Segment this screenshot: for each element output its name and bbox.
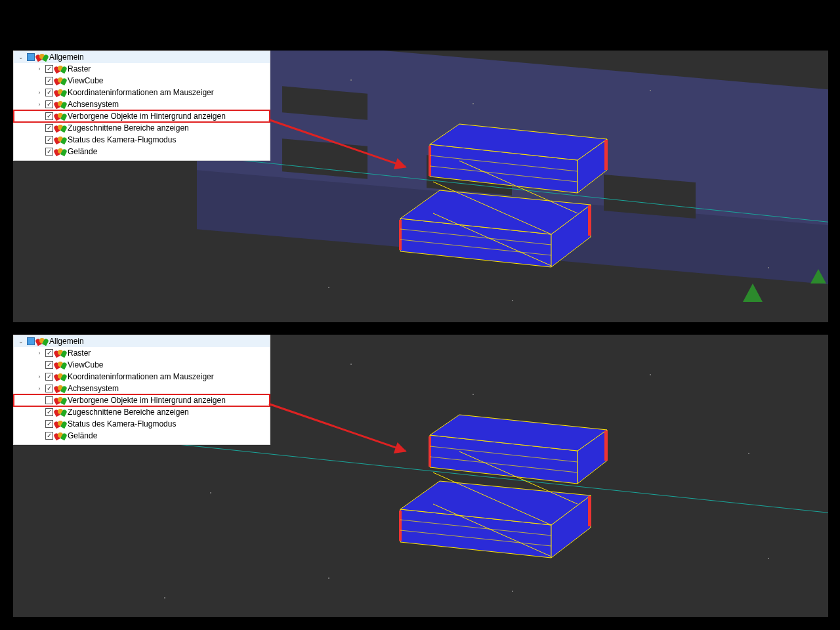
tree-item-achsensystem[interactable]: ›✓Achsensystem [14, 98, 270, 110]
category-icon [37, 53, 47, 61]
checkbox[interactable]: ✓ [45, 361, 53, 369]
svg-rect-23 [604, 430, 608, 461]
tree-item-viewcube[interactable]: ›✓ViewCube [14, 75, 270, 87]
category-icon [56, 89, 65, 96]
svg-line-27 [430, 457, 578, 472]
tree-item-label: Allgemein [49, 52, 84, 62]
svg-line-24 [400, 520, 551, 536]
display-options-tree: ⌄Allgemein›✓Raster›✓ViewCube›✓Koordinate… [13, 335, 270, 445]
tree-item-label: Status des Kamera-Flugmodus [68, 135, 176, 144]
checkbox[interactable]: ✓ [45, 349, 53, 357]
terrain-marker [810, 269, 826, 284]
chevron-right-icon[interactable]: › [36, 89, 43, 96]
category-icon [56, 77, 65, 85]
svg-marker-19 [430, 415, 607, 451]
tree-item-verborgene-objekte-im-hintergrund-anzeigen[interactable]: ›Verborgene Objekte im Hintergrund anzei… [14, 394, 270, 406]
display-options-tree: ⌄Allgemein›✓Raster›✓ViewCube›✓Koordinate… [13, 51, 270, 161]
tree-item-label: Zugeschnittene Bereiche anzeigen [68, 123, 189, 133]
tree-item-raster[interactable]: ›✓Raster [14, 63, 270, 75]
tree-item-status-des-kamera-flugmodus[interactable]: ›✓Status des Kamera-Flugmodus [14, 418, 270, 430]
checkbox[interactable]: ✓ [45, 420, 53, 428]
category-icon [56, 432, 65, 440]
checkbox[interactable] [27, 53, 35, 61]
checkbox[interactable] [45, 396, 53, 404]
chevron-right-icon[interactable]: › [36, 101, 43, 108]
tree-item-label: Gelände [68, 431, 97, 440]
svg-marker-14 [400, 509, 551, 558]
chevron-down-icon[interactable]: ⌄ [18, 54, 24, 60]
checkbox[interactable]: ✓ [45, 77, 53, 85]
tree-item-koordinateninformationen-am-mauszeiger[interactable]: ›✓Koordinateninformationen am Mauszeiger [14, 371, 270, 383]
checkbox[interactable]: ✓ [45, 124, 53, 132]
svg-marker-15 [551, 495, 591, 558]
svg-rect-20 [399, 511, 402, 541]
tree-item-label: Achsensystem [68, 384, 119, 393]
tree-item-label: Achsensystem [68, 100, 119, 109]
chevron-right-icon[interactable]: › [36, 350, 43, 356]
viewport-top[interactable]: ⌄Allgemein›✓Raster›✓ViewCube›✓Koordinate… [13, 51, 828, 322]
category-icon [56, 385, 65, 392]
tree-item-label: Koordinateninformationen am Mauszeiger [68, 372, 214, 381]
terrain-marker [743, 284, 763, 302]
checkbox[interactable]: ✓ [45, 432, 53, 440]
svg-marker-18 [578, 430, 607, 484]
chevron-right-icon[interactable]: › [36, 66, 43, 72]
tree-item-verborgene-objekte-im-hintergrund-anzeigen[interactable]: ›✓Verborgene Objekte im Hintergrund anze… [14, 110, 270, 122]
tree-item-label: Status des Kamera-Flugmodus [68, 419, 176, 429]
tree-item-gelände[interactable]: ›✓Gelände [14, 146, 270, 158]
tree-item-label: Verborgene Objekte im Hintergrund anzeig… [68, 112, 226, 121]
category-icon [56, 136, 65, 144]
tree-item-zugeschnittene-bereiche-anzeigen[interactable]: ›✓Zugeschnittene Bereiche anzeigen [14, 406, 270, 418]
category-icon [56, 396, 65, 404]
tree-item-zugeschnittene-bereiche-anzeigen[interactable]: ›✓Zugeschnittene Bereiche anzeigen [14, 122, 270, 134]
checkbox[interactable]: ✓ [45, 100, 53, 108]
tree-item-label: ViewCube [68, 76, 103, 85]
svg-line-25 [400, 530, 551, 546]
svg-marker-16 [400, 481, 591, 525]
tree-item-allgemein[interactable]: ⌄Allgemein [14, 335, 270, 347]
svg-rect-21 [588, 496, 591, 526]
tree-item-status-des-kamera-flugmodus[interactable]: ›✓Status des Kamera-Flugmodus [14, 134, 270, 146]
checkbox[interactable]: ✓ [45, 112, 53, 120]
tree-item-koordinateninformationen-am-mauszeiger[interactable]: ›✓Koordinateninformationen am Mauszeiger [14, 87, 270, 98]
tree-item-label: Verborgene Objekte im Hintergrund anzeig… [68, 396, 226, 405]
tree-item-label: Koordinateninformationen am Mauszeiger [68, 88, 214, 97]
tree-item-label: Zugeschnittene Bereiche anzeigen [68, 408, 189, 417]
category-icon [37, 337, 47, 345]
checkbox[interactable]: ✓ [45, 385, 53, 392]
category-icon [56, 124, 65, 132]
viewport-bottom[interactable]: ⌄Allgemein›✓Raster›✓ViewCube›✓Koordinate… [13, 335, 828, 617]
checkbox[interactable]: ✓ [45, 148, 53, 156]
annotation-arrow [269, 403, 406, 452]
checkbox[interactable]: ✓ [45, 136, 53, 144]
checkbox[interactable]: ✓ [45, 65, 53, 73]
category-icon [56, 65, 65, 73]
category-icon [56, 112, 65, 120]
tree-item-label: Raster [68, 348, 91, 358]
tree-item-label: Raster [68, 64, 91, 74]
category-icon [56, 408, 65, 416]
tree-item-label: Gelände [68, 147, 97, 156]
svg-line-26 [430, 446, 578, 462]
svg-rect-22 [429, 436, 431, 467]
tree-item-gelände[interactable]: ›✓Gelände [14, 430, 270, 442]
chevron-right-icon[interactable]: › [36, 385, 43, 392]
chevron-right-icon[interactable]: › [36, 373, 43, 380]
category-icon [56, 373, 65, 381]
checkbox[interactable]: ✓ [45, 89, 53, 96]
category-icon [56, 148, 65, 156]
tree-item-viewcube[interactable]: ›✓ViewCube [14, 359, 270, 371]
checkbox[interactable]: ✓ [45, 373, 53, 381]
category-icon [56, 361, 65, 369]
svg-marker-17 [430, 435, 578, 484]
checkbox[interactable]: ✓ [45, 408, 53, 416]
tree-item-raster[interactable]: ›✓Raster [14, 347, 270, 359]
tree-item-achsensystem[interactable]: ›✓Achsensystem [14, 383, 270, 394]
chevron-down-icon[interactable]: ⌄ [18, 338, 24, 345]
tree-item-label: ViewCube [68, 360, 103, 369]
checkbox[interactable] [27, 337, 35, 345]
category-icon [56, 100, 65, 108]
category-icon [56, 349, 65, 357]
tree-item-allgemein[interactable]: ⌄Allgemein [14, 51, 270, 63]
tree-item-label: Allgemein [49, 337, 84, 346]
